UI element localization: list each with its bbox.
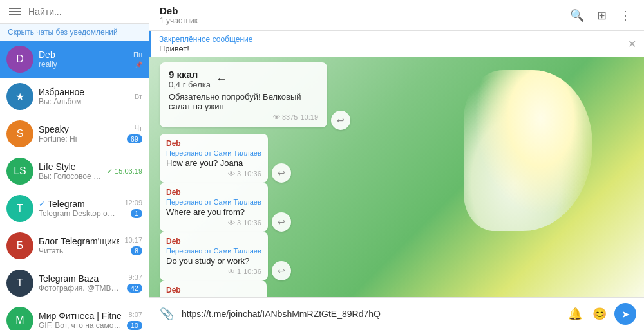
chat-info-speaky: Speaky Fortune: Hi (39, 124, 122, 143)
attach-button[interactable]: 📎 (157, 304, 176, 324)
bubble-1: Deb Переслано от Сами Тиллаев Where are … (160, 183, 268, 232)
search-button[interactable]: 🔍 (567, 6, 587, 25)
avatar-deb: D (6, 46, 33, 73)
chat-preview-mirfitnes: GIF. Вот, что на самом деле мы е... (39, 321, 122, 330)
search-input[interactable] (28, 6, 142, 17)
messages-container: Deb Переслано от Сами Тиллаев How are yo… (160, 134, 634, 297)
msg-views-0: 👁 3 (228, 170, 241, 178)
chat-info-telegram: ✓ Telegram Telegram Desktop обновился до… (39, 199, 119, 218)
chat-meta-telegrambaza: 9:37 42 (127, 273, 142, 293)
sidebar: Скрыть чаты без уведомлений D Deb really… (0, 0, 149, 330)
chat-time-deb: Пн (133, 51, 142, 59)
msg-text-1: Where are you from? (166, 207, 261, 217)
badge-speaky: 69 (127, 134, 142, 143)
chat-item-lifestyle[interactable]: LS Life Style Вы: Голосовое сообщение ✓ … (0, 152, 149, 190)
chat-meta-lifestyle: ✓ 15.03.19 (107, 167, 142, 176)
avatar-lifestyle: LS (6, 158, 33, 185)
chat-item-telegram[interactable]: T ✓ Telegram Telegram Desktop обновился … (0, 190, 149, 227)
msg-views-1: 👁 3 (228, 219, 241, 226)
msg-time-1: 10:36 (243, 219, 261, 226)
chat-item-blogtg[interactable]: Б Блог Telegram'щика Читать 10:17 8 (0, 227, 149, 264)
chat-info-blogtg: Блог Telegram'щика Читать (39, 236, 119, 255)
chat-preview-telegrambaza: Фотография. @TMBotsStore 📷 (39, 284, 122, 293)
chat-messages: 9 ккал 0,4 г белка ← Обязательно попробу… (149, 57, 644, 297)
chat-preview-lifestyle: Вы: Голосовое сообщение (39, 172, 102, 181)
chat-info-lifestyle: Life Style Вы: Голосовое сообщение (39, 161, 102, 181)
calorie-value: 9 ккал (169, 69, 211, 80)
msg-time-2: 10:36 (243, 268, 261, 275)
pinned-content: Закреплённое сообщение Привет! (159, 35, 252, 53)
send-button[interactable]: ➤ (614, 303, 636, 325)
message-input[interactable] (182, 309, 560, 319)
bubble-2: Deb Переслано от Сами Тиллаев Do you stu… (160, 232, 268, 280)
msg-footer-2: 👁 1 10:36 (166, 268, 261, 275)
avatar-blogtg: Б (6, 232, 33, 259)
chat-info-izbrannoye: Избранное Вы: Альбом (39, 87, 129, 106)
badge-blogtg: 8 (131, 246, 142, 255)
hide-chats-bar[interactable]: Скрыть чаты без уведомлений (0, 24, 149, 41)
chat-time-lifestyle: ✓ 15.03.19 (107, 167, 142, 176)
pinned-bar: Закреплённое сообщение Привет! ✕ (149, 31, 644, 57)
layout-button[interactable]: ⊞ (594, 6, 609, 25)
message-0: Deb Переслано от Сами Тиллаев How are yo… (160, 134, 634, 183)
chat-item-mirfitnes[interactable]: М Мир Фитнеса | FitnessRU GIF. Вот, что … (0, 302, 149, 330)
calorie-protein: 0,4 г белка (169, 80, 211, 89)
msg-footer-0: 👁 3 10:36 (166, 170, 261, 178)
notification-button[interactable]: 🔔 (565, 304, 585, 324)
badge-mirfitnes: 10 (127, 321, 142, 330)
chat-name-mirfitnes: Мир Фитнеса | FitnessRU (39, 311, 122, 321)
calorie-share-button[interactable]: ↩ (331, 111, 350, 130)
msg-footer-1: 👁 3 10:36 (166, 219, 261, 226)
avatar-telegram: T (6, 195, 33, 222)
main-chat: Deb 1 участник 🔍 ⊞ ⋮ Закреплённое сообще… (149, 0, 644, 330)
chat-preview-speaky: Fortune: Hi (39, 134, 122, 143)
chat-time-telegrambaza: 9:37 (129, 273, 142, 281)
share-button-2[interactable]: ↩ (272, 261, 291, 280)
chat-meta-telegram: 12:09 1 (124, 199, 142, 218)
calorie-card: 9 ккал 0,4 г белка ← Обязательно попробу… (160, 62, 327, 127)
share-button-1[interactable]: ↩ (272, 212, 291, 232)
calorie-time: 10:19 (300, 113, 318, 121)
msg-sender-1: Deb (166, 188, 261, 197)
chat-info-telegrambaza: Telegram Baza Фотография. @TMBotsStore 📷 (39, 273, 122, 293)
calorie-message: 9 ккал 0,4 г белка ← Обязательно попробу… (160, 62, 634, 130)
chat-time-blogtg: 10:17 (124, 236, 142, 244)
chat-preview-blogtg: Читать (39, 246, 119, 255)
chat-body: 9 ккал 0,4 г белка ← Обязательно попробу… (149, 57, 644, 297)
pinned-title: Закреплённое сообщение (159, 35, 252, 44)
more-button[interactable]: ⋮ (617, 6, 634, 25)
search-input-wrap (28, 6, 142, 17)
msg-time-0: 10:36 (243, 170, 261, 178)
pinned-close-button[interactable]: ✕ (628, 38, 636, 50)
chat-time-izbrannoye: Вт (135, 93, 142, 100)
chat-list: D Deb really Пн 📌 ★ Избранное Вы: Альбом… (0, 41, 149, 330)
msg-sender-3: Deb (166, 286, 260, 295)
chat-item-izbrannoye[interactable]: ★ Избранное Вы: Альбом Вт (0, 78, 149, 115)
calorie-desc: Обязательно попробуй! Белковый салат на … (169, 92, 318, 111)
pin-icon-deb: 📌 (135, 61, 142, 68)
chat-name-lifestyle: Life Style (39, 161, 102, 172)
calorie-arrow-icon: ← (216, 73, 227, 86)
chat-time-mirfitnes: 8:07 (129, 311, 142, 318)
calorie-footer: 👁 8375 10:19 (169, 113, 318, 121)
verified-icon: ✓ (39, 199, 45, 208)
hamburger-icon[interactable] (6, 5, 23, 18)
share-button-0[interactable]: ↩ (272, 163, 291, 183)
message-1: Deb Переслано от Сами Тиллаев Where are … (160, 183, 634, 232)
chat-item-telegrambaza[interactable]: T Telegram Baza Фотография. @TMBotsStore… (0, 264, 149, 302)
msg-text-0: How are you? Joana (166, 158, 261, 168)
chat-preview-deb: really (39, 60, 128, 69)
chat-item-speaky[interactable]: S Speaky Fortune: Hi Чт 69 (0, 115, 149, 152)
chat-info-mirfitnes: Мир Фитнеса | FitnessRU GIF. Вот, что на… (39, 311, 122, 330)
emoji-button[interactable]: 😊 (590, 304, 609, 324)
pinned-text: Привет! (159, 44, 252, 53)
bubble-0: Deb Переслано от Сами Тиллаев How are yo… (160, 134, 268, 183)
msg-sender-2: Deb (166, 237, 261, 246)
chat-preview-izbrannoye: Вы: Альбом (39, 97, 129, 106)
chat-time-speaky: Чт (135, 124, 142, 132)
msg-fwd-0: Переслано от Сами Тиллаев (166, 149, 261, 157)
input-bar: 📎 🔔 😊 ➤ (149, 297, 644, 330)
chat-item-deb[interactable]: D Deb really Пн 📌 (0, 41, 149, 78)
chat-meta-mirfitnes: 8:07 10 (127, 311, 142, 330)
avatar-izbrannoye: ★ (6, 83, 33, 110)
